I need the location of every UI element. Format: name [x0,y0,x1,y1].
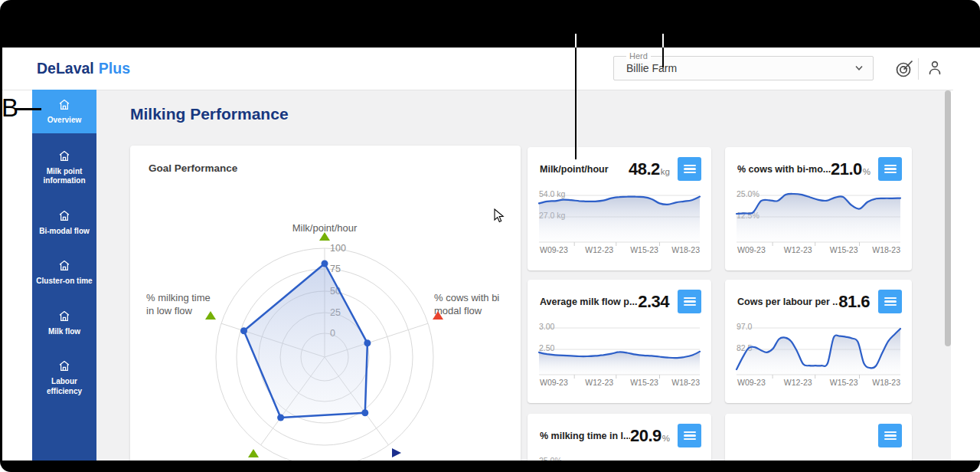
kpi-card-value: 2.34 [638,290,670,312]
figure-stage: DeLavalPlus Herd Billie Farm Overview M [0,0,980,472]
sidebar-item-label: Milk point information [35,167,93,186]
herd-select-label: Herd [626,51,651,61]
sidebar-item-label: Bi-modal flow [39,227,90,237]
hamburger-icon [684,165,696,174]
home-icon [57,208,72,223]
sparkline-x-label: W12-23 [784,378,812,387]
sparkline-grid-label: 54.0 kg [539,189,566,198]
radar-axis-label-left: % milking time in low flow [146,291,211,317]
sparkline-x-label: W18-23 [671,378,700,387]
scrollbar-thumb[interactable] [945,90,951,346]
hamburger-icon [884,297,897,306]
sparkline-grid-label: 25.0% [737,189,760,198]
kpi-menu-button[interactable] [878,290,902,313]
letterbox-top-bar [0,0,980,48]
goal-marker-red-icon [433,311,443,320]
hamburger-icon [684,431,696,441]
sparkline-grid-label: 3.00 [539,322,555,331]
home-icon [57,309,72,323]
sparkline-x-label: W12-23 [585,245,613,254]
sparkline-x-label: W15-23 [630,378,658,387]
radar-vertex-dot [364,339,371,346]
sidebar-nav: Overview Milk point information Bi-modal… [32,90,96,461]
goal-target-icon[interactable] [893,58,915,80]
radar-axis-label-right: % cows with bi modal flow [434,291,499,317]
callout-line-2 [662,48,664,67]
hamburger-icon [684,297,696,306]
letterbox-bottom-bar [0,461,980,472]
herd-select-value: Billie Farm [614,57,873,80]
sparkline-x-label: W09-23 [540,378,568,387]
sparkline-x-label: W09-23 [737,245,766,254]
hamburger-icon [884,431,897,441]
kpi-card-value: 21.0% [831,157,871,179]
sparkline-x-label: W18-23 [872,378,900,387]
callout-line-2-top [662,34,664,48]
sparkline-x-label: W15-23 [830,378,858,387]
sidebar-item-labour-efficiency[interactable]: Labour efficiency [32,350,96,405]
sparkline-x-label: W15-23 [630,245,658,254]
radar-vertex-dot [240,327,247,334]
sidebar-item-milk-point-information[interactable]: Milk point information [32,140,96,195]
radar-vertex-dot [361,409,368,416]
sidebar-item-label: Milk flow [48,327,80,337]
kpi-card-value: 81.6 [838,290,871,312]
sparkline-x-label: W15-23 [830,245,858,254]
kpi-card-value [870,424,871,446]
radar-polygon [244,264,368,418]
kpi-menu-button[interactable] [678,424,701,447]
goal-marker-green-icon [319,232,330,241]
kpi-card-title: % cows with bi-mo... [737,157,831,175]
kpi-sparkline: 97.082.5W09-23W12-23W15-23W18-23 [737,324,900,390]
kpi-card-title: % milking time in l... [540,424,630,441]
kpi-card-title: Cows per labour per ... [737,290,838,307]
radar-vertex-dot [277,415,284,421]
sidebar-item-label: Overview [47,116,81,126]
sparkline-x-label: W09-23 [737,378,766,387]
kpi-card: Cows per labour per ... 81.6 97.082.5W09… [725,280,912,403]
kpi-menu-button[interactable] [878,424,902,447]
kpi-card: Average milk flow p... 2.34 3.002.50W09-… [528,280,711,403]
kpi-menu-button[interactable] [678,157,701,181]
sparkline-x-label: W18-23 [872,245,900,254]
goal-marker-green-icon [205,311,216,320]
sidebar-item-bi-modal-flow[interactable]: Bi-modal flow [32,200,96,245]
kpi-sparkline: 25.0%12.5%W09-23W12-23W15-23W18-23 [737,192,900,257]
kpi-menu-button[interactable] [678,290,701,313]
brand-secondary: Plus [99,60,130,77]
sparkline-grid-label: 97.0 [737,322,753,331]
sparkline-x-label: W18-23 [671,245,700,254]
home-icon [57,258,72,273]
kpi-sparkline: 54.0 kg27.0 kgW09-23W12-23W15-23W18-23 [539,192,700,257]
user-icon[interactable] [926,58,944,78]
sidebar-item-label: Labour efficiency [35,377,93,396]
radar-vertex-dot [322,261,328,267]
goal-marker-green-icon [248,449,259,457]
brand-primary: DeLaval [37,60,94,77]
kpi-card: % cows with bi-mo... 21.0% 25.0%12.5%W09… [725,147,912,270]
kpi-card: Milk/point/hour 48.2kg 54.0 kg27.0 kgW09… [528,147,711,270]
brand-logo: DeLavalPlus [37,48,130,90]
sidebar-item-cluster-on-time[interactable]: Cluster-on time [32,250,96,295]
callout-line-1-top [575,34,577,48]
kpi-card-title [737,424,870,431]
callout-line-1 [575,48,577,159]
app-header: DeLavalPlus Herd Billie Farm [2,48,953,90]
sparkline-x-label: W12-23 [585,378,613,387]
home-icon [57,359,72,373]
chevron-down-icon [855,66,863,70]
home-icon [57,97,72,112]
sparkline-x-label: W12-23 [784,245,812,254]
sidebar-item-milk-flow[interactable]: Milk flow [32,300,96,346]
sparkline-grid-label: 2.50 [539,343,555,352]
mouse-cursor-icon [494,208,506,224]
annotation-b-line [15,108,41,110]
hamburger-icon [884,165,897,174]
herd-select[interactable]: Herd Billie Farm [613,56,874,80]
header-divider [918,58,919,80]
kpi-card-value: 48.2kg [629,157,670,179]
goal-marker-navy-icon [392,448,401,457]
radar-scale-tick: 100 [330,243,346,254]
sidebar-item-overview[interactable]: Overview [32,90,96,133]
kpi-menu-button[interactable] [878,157,902,181]
